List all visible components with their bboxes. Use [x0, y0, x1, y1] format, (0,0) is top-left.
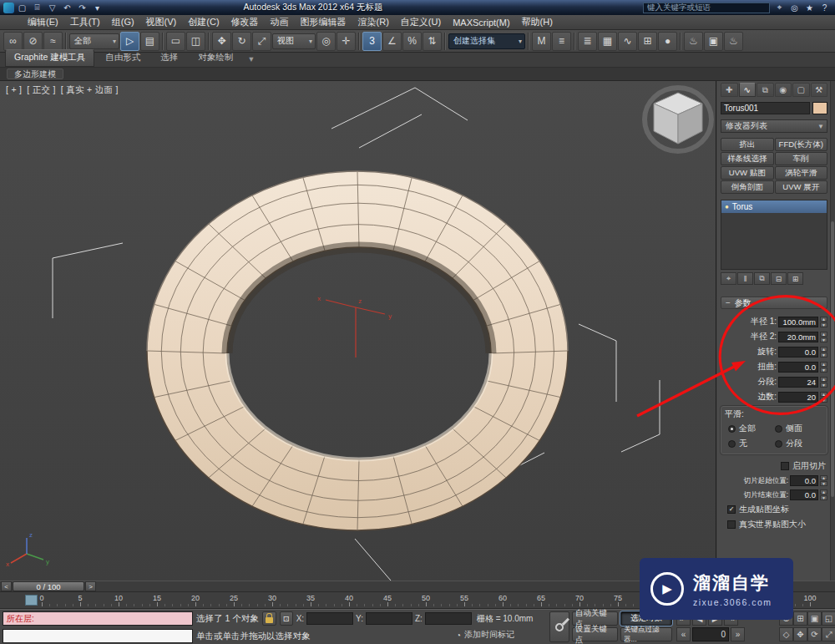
menu-item-3[interactable]: 视图(V) [140, 15, 183, 29]
modifier-button-ffd-box[interactable]: FFD(长方体) [775, 138, 828, 151]
orbit-icon[interactable]: ⟳ [807, 627, 822, 641]
panel-tab-utilities[interactable]: ⚒ [811, 83, 828, 97]
panel-tab-hierarchy[interactable]: ⧉ [757, 83, 774, 97]
ribbon-tab-1[interactable]: 自由形式 [96, 49, 149, 67]
menu-item-7[interactable]: 图形编辑器 [295, 15, 352, 29]
panel-scrollbar-thumb[interactable] [831, 221, 834, 497]
select-and-link-icon[interactable]: ∞ [3, 32, 23, 51]
schematic-view-icon[interactable]: ⊞ [638, 32, 657, 51]
param-spinner[interactable]: ▲▼ [820, 362, 827, 373]
menu-item-4[interactable]: 创建(C) [182, 15, 225, 29]
current-frame-field[interactable]: 0 [692, 627, 729, 641]
angle-snap-icon[interactable]: ∠ [382, 32, 402, 51]
favorites-star-icon[interactable]: ★ [802, 2, 817, 14]
stack-item-torus[interactable]: ● Torus [721, 200, 827, 213]
viewport-canvas[interactable]: x y z x y z [0, 81, 716, 581]
app-logo-icon[interactable] [3, 3, 14, 13]
curve-editor-icon[interactable]: ∿ [618, 32, 637, 51]
object-color-swatch[interactable] [812, 102, 827, 114]
menu-item-0[interactable]: 编辑(E) [22, 15, 64, 29]
unlink-selection-icon[interactable]: ⊘ [23, 32, 43, 51]
snaps-toggle-icon[interactable]: 3 [362, 32, 382, 51]
set-key-button[interactable]: 设置关键点 [572, 627, 618, 641]
previous-frame-arrow-icon[interactable]: < [1, 581, 12, 591]
modifier-button-lathe[interactable]: 车削 [775, 152, 828, 165]
window-crossing-icon[interactable]: ◫ [186, 32, 205, 51]
modifier-stack[interactable]: ● Torus [721, 200, 827, 270]
percent-snap-icon[interactable]: % [402, 32, 422, 51]
menu-item-8[interactable]: 渲染(R) [352, 15, 395, 29]
radio-segments[interactable]: 分段 [775, 438, 822, 449]
maxscript-mini-listener[interactable] [3, 629, 193, 643]
help-icon[interactable]: ? [817, 2, 832, 14]
rectangular-selection-region-icon[interactable]: ▭ [166, 32, 185, 51]
param-field-radius1[interactable]: 100.0mm [778, 317, 818, 327]
real-world-map-size-checkbox[interactable]: 真实世界贴图大小 [727, 519, 827, 530]
project-dropdown-icon[interactable]: ▾ [90, 2, 104, 14]
tab-polygon-modeling[interactable]: 多边形建模 [7, 68, 63, 79]
coord-field-0[interactable] [306, 612, 353, 625]
pin-stack-icon[interactable]: ⌖ [721, 272, 736, 285]
search-icon[interactable]: ⌖ [772, 2, 787, 14]
modifier-button-uvw-map[interactable]: UVW 贴图 [721, 166, 774, 180]
open-file-icon[interactable]: ⌸ [30, 2, 44, 14]
render-setup-icon[interactable]: ♨ [684, 32, 703, 51]
select-by-name-icon[interactable]: ▤ [140, 32, 159, 51]
field-of-view-icon[interactable]: ◇ [779, 627, 793, 641]
select-and-manipulate-icon[interactable]: ✛ [337, 32, 356, 51]
panel-scrollbar[interactable] [830, 81, 835, 581]
set-key-toggle-icon[interactable] [549, 611, 569, 642]
radio-none[interactable]: 无 [728, 438, 775, 449]
reference-coordinate-system-dropdown[interactable]: 视图▾ [272, 33, 316, 49]
menu-item-1[interactable]: 工具(T) [64, 15, 106, 29]
ribbon-tab-2[interactable]: 选择 [151, 49, 187, 67]
generate-mapping-coords-checkbox[interactable]: ✓生成贴图坐标 [727, 504, 827, 515]
selection-lock-icon[interactable] [262, 611, 276, 626]
graphite-toggle-icon[interactable]: ▦ [598, 32, 617, 51]
ribbon-overflow-icon[interactable]: ▾ [244, 51, 258, 67]
param-field-radius2[interactable]: 20.0mm [778, 332, 818, 342]
next-key-icon[interactable]: » [731, 627, 745, 641]
param-spinner[interactable]: ▲▼ [820, 347, 827, 357]
modifier-button-spline-select[interactable]: 样条线选择 [721, 152, 774, 165]
search-input[interactable]: 键入关键字或短语 [643, 3, 770, 13]
current-frame-marker[interactable] [25, 595, 38, 606]
select-and-rotate-icon[interactable]: ↻ [232, 32, 251, 51]
modifier-button-unwrap-uvw[interactable]: UVW 展开 [775, 180, 828, 194]
menu-item-11[interactable]: 帮助(H) [516, 15, 559, 29]
zoom-extents-all-icon[interactable]: ◱ [822, 611, 835, 626]
time-slider-handle[interactable]: 0 / 100 [13, 581, 84, 591]
ribbon-tab-3[interactable]: 对象绘制 [189, 49, 242, 67]
view-cube[interactable] [645, 88, 711, 151]
manage-layers-icon[interactable]: ≣ [578, 32, 597, 51]
panel-tab-motion[interactable]: ◉ [775, 83, 792, 97]
modifier-button-turbosmooth[interactable]: 涡轮平滑 [775, 166, 828, 180]
pan-view-icon[interactable]: ✥ [793, 627, 807, 641]
coord-field-1[interactable] [366, 612, 412, 625]
param-spinner[interactable]: ▲▼ [820, 317, 827, 327]
configure-modifier-sets-icon[interactable]: ⊞ [787, 272, 803, 285]
previous-key-icon[interactable]: « [676, 627, 691, 641]
viewport-menu-general[interactable]: [ + ] [6, 84, 22, 96]
param-field-twist[interactable]: 0.0 [778, 362, 818, 373]
select-and-scale-icon[interactable]: ⤢ [252, 32, 271, 51]
slice-field-0[interactable]: 0.0 [790, 475, 818, 486]
param-spinner[interactable]: ▲▼ [820, 475, 827, 486]
communication-center-icon[interactable]: ◎ [787, 2, 802, 14]
select-object-icon[interactable]: ▷ [120, 32, 139, 51]
add-time-tag-button[interactable]: ◔ 添加时间标记 [456, 629, 514, 641]
maxscript-macro-recorder[interactable]: 所在层: [3, 611, 193, 626]
next-frame-arrow-icon[interactable]: > [85, 581, 96, 591]
menu-item-9[interactable]: 自定义(U) [395, 15, 447, 29]
ribbon-tab-0[interactable]: Graphite 建模工具 [5, 49, 94, 67]
remove-modifier-icon[interactable]: ⊟ [771, 272, 787, 285]
undo-icon[interactable]: ↶ [60, 2, 74, 14]
make-unique-icon[interactable]: ⧉ [754, 272, 770, 285]
rendered-frame-window-icon[interactable]: ▣ [704, 32, 723, 51]
zoom-extents-icon[interactable]: ▣ [807, 611, 822, 626]
select-and-move-icon[interactable]: ✥ [212, 32, 231, 51]
absolute-mode-icon[interactable]: ⊡ [280, 611, 293, 626]
coord-field-2[interactable] [425, 612, 472, 625]
param-field-sides[interactable]: 20 [778, 392, 818, 403]
use-pivot-point-center-icon[interactable]: ◎ [316, 32, 336, 51]
